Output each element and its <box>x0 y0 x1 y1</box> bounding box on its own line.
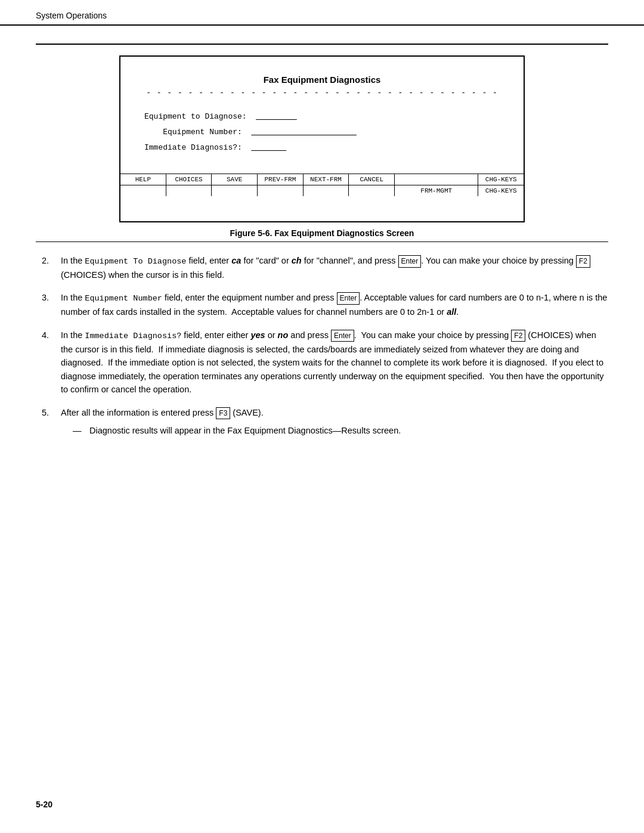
list-text-5: After all the information is entered pre… <box>61 406 608 441</box>
fkey-r2-5 <box>304 185 349 196</box>
fkey-cancel[interactable]: CANCEL <box>349 174 395 185</box>
fkey-chg-keys-1[interactable]: CHG-KEYS <box>478 174 524 185</box>
list-item-3: 3. In the Equipment Number field, enter … <box>36 291 608 318</box>
screen-title: Fax Equipment Diagnostics <box>144 75 500 85</box>
screen-box: Fax Equipment Diagnostics - - - - - - - … <box>119 55 525 222</box>
screen-inner: Fax Equipment Diagnostics - - - - - - - … <box>120 57 524 156</box>
fkey-empty-1 <box>395 174 478 185</box>
mono-immediate-diagnosis: Immediate Diagnosis? <box>85 332 181 340</box>
list-item-5: 5. After all the information is entered … <box>36 406 608 441</box>
fkey-help[interactable]: HELP <box>120 174 166 185</box>
fkey-prev-frm[interactable]: PREV-FRM <box>258 174 304 185</box>
kbd-enter-3: Enter <box>337 292 360 305</box>
sub-list-5: — Diagnostic results will appear in the … <box>73 424 608 437</box>
list-text-2: In the Equipment To Diagnose field, ente… <box>61 254 608 281</box>
list-text-3: In the Equipment Number field, enter the… <box>61 291 608 318</box>
bold-ch: ch <box>292 256 302 265</box>
main-content: Fax Equipment Diagnostics - - - - - - - … <box>0 45 644 469</box>
list-num-4: 4. <box>42 329 61 397</box>
list-item-2: 2. In the Equipment To Diagnose field, e… <box>36 254 608 281</box>
mono-equipment-number: Equipment Number <box>85 294 162 303</box>
fkey-r2-2 <box>166 185 212 196</box>
bold-all: all <box>447 307 456 317</box>
fkey-r2-6 <box>349 185 395 196</box>
fkey-chg-keys-2[interactable]: CHG-KEYS <box>478 185 524 196</box>
fkey-r2-4 <box>258 185 304 196</box>
fkey-next-frm[interactable]: NEXT-FRM <box>304 174 349 185</box>
sub-list-text: Diagnostic results will appear in the Fa… <box>89 424 401 437</box>
field-immediate-diagnosis: Immediate Diagnosis?: ______ <box>144 140 500 156</box>
fkey-row-1: HELP CHOICES SAVE PREV-FRM NEXT-FRM CANC… <box>120 174 524 185</box>
list-num-2: 2. <box>42 254 61 281</box>
list-item-4: 4. In the Immediate Diagnosis? field, en… <box>36 329 608 397</box>
fkey-r2-3 <box>212 185 258 196</box>
screen-title-underline: - - - - - - - - - - - - - - - - - - - - … <box>144 88 500 97</box>
bold-yes: yes <box>250 330 265 340</box>
field-equipment-diagnose: Equipment to Diagnose: _______ <box>144 109 500 125</box>
fkey-frm-mgmt[interactable]: FRM-MGMT <box>395 185 478 196</box>
body-text: 2. In the Equipment To Diagnose field, e… <box>36 254 608 441</box>
bold-ca: ca <box>231 256 241 265</box>
header-title: System Operations <box>36 11 107 20</box>
kbd-f3: F3 <box>216 407 230 420</box>
kbd-enter-4: Enter <box>331 330 354 342</box>
figure-caption-text: Figure 5-6. Fax Equipment Diagnostics Sc… <box>230 228 414 238</box>
fkey-r2-1 <box>120 185 166 196</box>
kbd-f2-4: F2 <box>511 330 525 342</box>
fkey-choices[interactable]: CHOICES <box>166 174 212 185</box>
list-num-3: 3. <box>42 291 61 318</box>
bold-no: no <box>278 330 289 340</box>
list-num-5: 5. <box>42 406 61 441</box>
sub-dash: — <box>73 424 89 437</box>
field-equipment-number: Equipment Number: __________________ <box>144 125 500 140</box>
mono-equipment-to-diagnose: Equipment To Diagnose <box>85 257 186 266</box>
page-number: 5-20 <box>36 800 52 809</box>
page-header: System Operations <box>0 0 644 26</box>
kbd-enter-2: Enter <box>398 255 422 268</box>
fkey-row-2: FRM-MGMT CHG-KEYS <box>120 185 524 196</box>
kbd-f2-2: F2 <box>576 255 590 268</box>
fkey-bar: HELP CHOICES SAVE PREV-FRM NEXT-FRM CANC… <box>120 174 524 196</box>
fkey-save[interactable]: SAVE <box>212 174 258 185</box>
sub-list-item-5-1: — Diagnostic results will appear in the … <box>73 424 608 437</box>
list-text-4: In the Immediate Diagnosis? field, enter… <box>61 329 608 397</box>
figure-caption: Figure 5-6. Fax Equipment Diagnostics Sc… <box>36 228 608 242</box>
screen-fields: Equipment to Diagnose: _______ Equipment… <box>144 109 500 156</box>
